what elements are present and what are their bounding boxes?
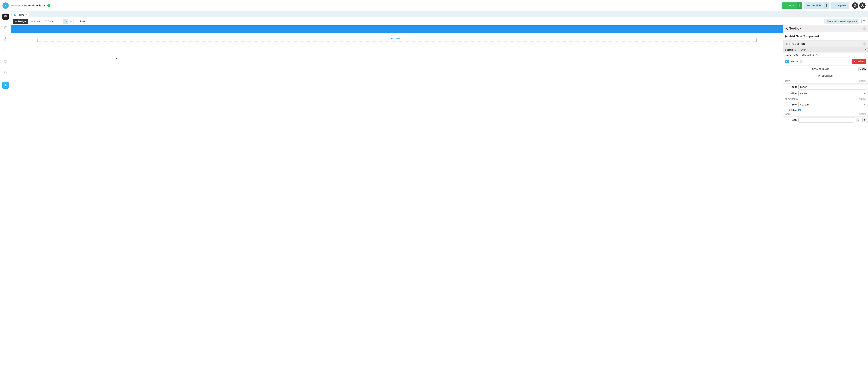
- rail-list[interactable]: [2, 47, 9, 53]
- rail-data[interactable]: [2, 25, 9, 31]
- icon-upload-button[interactable]: ⬆: [863, 118, 867, 122]
- svg-point-3: [826, 4, 827, 5]
- code-view-button[interactable]: Code: [29, 19, 42, 24]
- properties-header: Properties ?: [783, 41, 868, 47]
- component-badge: A: [785, 60, 789, 63]
- tab-row: Form1 ×: [11, 11, 868, 18]
- toggle-panels-button[interactable]: [861, 19, 866, 24]
- prop-text-label: text: [784, 85, 797, 88]
- publish-dropdown[interactable]: [824, 2, 829, 9]
- split-label: Split: [48, 20, 53, 23]
- undo-button[interactable]: [63, 19, 68, 24]
- use-as-custom-component-button[interactable]: Use as Custom Component...: [824, 19, 859, 24]
- svg-point-2: [799, 6, 800, 7]
- properties-section-label: PROPERTIES: [783, 75, 868, 77]
- properties-help-icon[interactable]: ?: [863, 43, 866, 46]
- icon-info-button[interactable]: ℹ: [856, 118, 860, 122]
- cloud-upload-icon: [807, 4, 810, 7]
- form-name-label: Form1: [80, 20, 88, 23]
- component-selector[interactable]: button_1 - Button ▼: [783, 47, 868, 53]
- prop-align-label: align: [784, 92, 797, 95]
- svg-rect-27: [14, 14, 16, 15]
- rail-theme[interactable]: [2, 58, 9, 64]
- svg-point-41: [787, 44, 787, 44]
- design-label: Design: [18, 20, 26, 23]
- right-panel: Toolbox ? ▶ Add New Component Properties…: [783, 25, 868, 391]
- edit-name-icon[interactable]: ✎: [816, 54, 818, 56]
- svg-point-0: [799, 4, 800, 5]
- text-group-label: TEXT: [785, 80, 790, 82]
- prop-visible-checkbox[interactable]: [798, 109, 801, 111]
- icon-more-toggle[interactable]: MORE ▾: [859, 113, 866, 115]
- help-button[interactable]: [852, 2, 858, 9]
- prop-role-row: role <default> ▾: [783, 101, 868, 108]
- form-icon: [14, 13, 16, 16]
- add-binding-button[interactable]: + ADD: [859, 67, 867, 71]
- prop-text-row: text: [783, 84, 868, 90]
- breadcrumb: My Apps / Material Design 8: [11, 4, 50, 7]
- selected-component-name: button_1: [785, 48, 796, 51]
- left-rail: [0, 11, 11, 391]
- rail-settings[interactable]: [2, 36, 9, 42]
- design-view-button[interactable]: Design: [13, 19, 28, 24]
- svg-rect-10: [5, 16, 7, 17]
- component-type-row: A Button ? ✖ Delete: [783, 58, 868, 65]
- name-value: self.button_1: [794, 54, 814, 56]
- split-view-button[interactable]: Split: [43, 19, 55, 24]
- component-type-label: Button: [791, 60, 798, 63]
- breadcrumb-current[interactable]: Material Design 8: [24, 4, 45, 7]
- breadcrumb-root[interactable]: My Apps: [11, 4, 21, 7]
- svg-point-12: [4, 27, 7, 27]
- status-ok-icon: [48, 4, 50, 7]
- chevron-right-icon: ▶: [785, 34, 787, 38]
- svg-point-13: [5, 38, 6, 39]
- prop-icon-input[interactable]: [798, 117, 854, 122]
- design-canvas[interactable]: BUTTON_1 ➤: [11, 25, 783, 391]
- rail-add-button[interactable]: [2, 82, 9, 89]
- run-dropdown[interactable]: [797, 2, 802, 9]
- redo-button[interactable]: [69, 19, 73, 24]
- tab-label: Form1: [18, 13, 24, 16]
- rail-search[interactable]: [2, 69, 9, 76]
- code-label: Code: [34, 20, 40, 23]
- appearance-group-header: APPEARANCE MORE ▾: [783, 97, 868, 101]
- add-label: ADD: [862, 68, 866, 70]
- add-new-component[interactable]: ▶ Add New Component: [783, 32, 868, 41]
- run-label: Run: [789, 4, 794, 7]
- prop-visible-label: visible: [784, 109, 797, 111]
- toolbox-help-icon[interactable]: ?: [863, 27, 866, 30]
- publish-button[interactable]: Publish: [804, 2, 824, 9]
- delete-button[interactable]: ✖ Delete: [852, 59, 866, 64]
- canvas-button-1[interactable]: BUTTON_1: [37, 36, 756, 42]
- account-button[interactable]: [859, 2, 866, 9]
- properties-title: Properties: [789, 42, 805, 46]
- properties-section: PROPERTIES: [783, 73, 868, 79]
- canvas-app-bar[interactable]: [11, 25, 783, 33]
- prop-icon-row: icon ℹ ⬆: [783, 117, 868, 123]
- appearance-more-toggle[interactable]: MORE ▾: [859, 98, 866, 100]
- uplink-icon: [834, 4, 837, 7]
- svg-rect-9: [4, 16, 5, 17]
- svg-point-18: [4, 50, 4, 50]
- tab-form1[interactable]: Form1 ×: [12, 12, 29, 18]
- prop-text-input[interactable]: [798, 84, 867, 89]
- uplink-button[interactable]: Uplink: [831, 2, 849, 9]
- svg-line-24: [6, 73, 7, 74]
- prop-align-select[interactable]: center ▾: [798, 91, 867, 96]
- svg-point-39: [786, 43, 786, 44]
- chevron-down-icon: ▾: [864, 93, 865, 94]
- anvil-logo[interactable]: [2, 2, 9, 9]
- text-more-toggle[interactable]: MORE ▾: [859, 80, 866, 82]
- breadcrumb-sep: /: [22, 4, 23, 7]
- tab-close-icon[interactable]: ×: [26, 13, 27, 16]
- component-help-icon[interactable]: ?: [800, 60, 803, 63]
- rail-app-browser[interactable]: [2, 13, 9, 20]
- prop-visible-row: visible: [783, 108, 868, 112]
- chevron-down-icon: ▼: [865, 49, 866, 51]
- svg-point-5: [826, 6, 827, 7]
- prop-role-select[interactable]: <default> ▾: [798, 102, 867, 107]
- data-bindings-section: DATA BINDINGS + ADD: [783, 65, 868, 73]
- data-bindings-label: DATA BINDINGS: [783, 68, 859, 71]
- add-new-label: Add New Component: [789, 35, 819, 38]
- run-button[interactable]: Run: [782, 2, 797, 9]
